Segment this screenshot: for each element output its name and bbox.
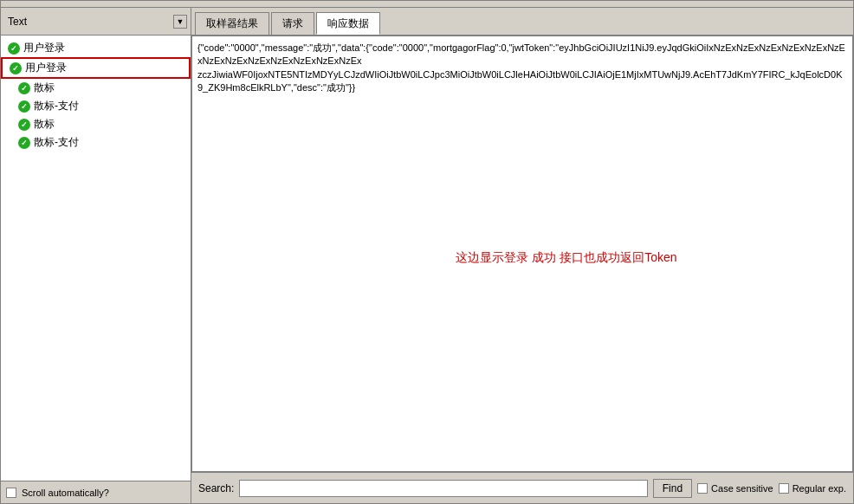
check-icon-1 xyxy=(8,42,20,55)
tabs-bar: 取样器结果 请求 响应数据 xyxy=(191,8,853,36)
left-header: Text ▼ xyxy=(1,8,191,36)
tree-area: 用户登录 用户登录 散标 散标-支付 xyxy=(1,36,191,481)
tree-label-2: 用户登录 xyxy=(25,61,67,75)
find-button[interactable]: Find xyxy=(653,479,692,498)
tab-response[interactable]: 响应数据 xyxy=(316,12,380,35)
tree-item-5[interactable]: 散标 xyxy=(1,115,191,133)
check-icon-4 xyxy=(18,100,30,113)
search-input[interactable] xyxy=(239,480,647,497)
right-panel: 取样器结果 请求 响应数据 {"code":"0000","message":"… xyxy=(191,8,853,503)
tree-label-5: 散标 xyxy=(34,117,55,132)
regex-group: Regular exp. xyxy=(779,483,846,494)
dropdown-button[interactable]: ▼ xyxy=(173,15,187,29)
tree-label-1: 用户登录 xyxy=(23,41,65,55)
dropdown-label: Text xyxy=(4,16,173,28)
content-area: Text ▼ 用户登录 用户登录 散标 xyxy=(1,8,853,503)
scroll-auto-checkbox[interactable] xyxy=(6,488,16,498)
tree-label-4: 散标-支付 xyxy=(34,99,79,113)
check-icon-3 xyxy=(18,82,30,94)
json-text: {"code":"0000","message":"成功","data":{"c… xyxy=(197,42,847,95)
tab-response-label: 响应数据 xyxy=(327,16,369,31)
left-panel: Text ▼ 用户登录 用户登录 散标 xyxy=(1,8,191,503)
scroll-auto-bar: Scroll automatically? xyxy=(1,481,191,503)
check-icon-5 xyxy=(18,119,30,131)
scroll-auto-label: Scroll automatically? xyxy=(22,488,109,498)
tree-item-3[interactable]: 散标 xyxy=(1,79,191,97)
tree-item-4[interactable]: 散标-支付 xyxy=(1,97,191,115)
case-sensitive-group: Case sensitive xyxy=(697,483,773,494)
tab-request-label: 请求 xyxy=(282,16,303,31)
regex-checkbox[interactable] xyxy=(779,483,789,494)
regex-label: Regular exp. xyxy=(793,483,846,494)
tree-item-1[interactable]: 用户登录 xyxy=(1,39,191,57)
top-bar xyxy=(1,1,853,8)
search-label: Search: xyxy=(198,482,234,494)
search-bar: Search: Find Case sensitive Regular exp. xyxy=(191,472,853,503)
tab-request[interactable]: 请求 xyxy=(271,12,314,35)
annotation-text: 这边显示登录 成功 接口也成功返回Token xyxy=(456,250,676,266)
tree-item-6[interactable]: 散标-支付 xyxy=(1,133,191,152)
response-content: {"code":"0000","message":"成功","data":{"c… xyxy=(191,36,853,472)
case-sensitive-label: Case sensitive xyxy=(711,483,773,494)
tab-sampler-label: 取样器结果 xyxy=(206,16,258,31)
tree-label-3: 散标 xyxy=(34,81,55,95)
check-icon-2 xyxy=(10,62,22,74)
case-sensitive-checkbox[interactable] xyxy=(697,483,708,494)
main-container: Text ▼ 用户登录 用户登录 散标 xyxy=(0,0,854,504)
check-icon-6 xyxy=(18,137,30,149)
tab-sampler[interactable]: 取样器结果 xyxy=(195,12,269,35)
tree-item-2[interactable]: 用户登录 xyxy=(1,57,191,79)
tree-label-6: 散标-支付 xyxy=(34,135,79,150)
